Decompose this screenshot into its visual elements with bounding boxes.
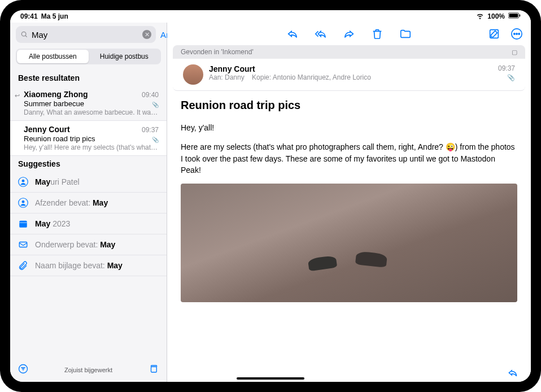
svg-point-19 <box>514 33 515 34</box>
svg-rect-16 <box>151 367 156 372</box>
suggestion-sender-contains[interactable]: Afzender bevat: May <box>10 193 167 214</box>
message-subject: Reunion road trip pics <box>181 99 517 112</box>
attachment-icon: 📎 <box>498 74 515 81</box>
device-frame: 09:41 Ma 5 jun 100% <box>0 0 541 392</box>
svg-rect-2 <box>520 15 521 17</box>
result-sender: Xiaomeng Zhong <box>24 90 88 99</box>
suggestion-date[interactable]: May 2023 <box>10 214 167 234</box>
result-snippet: Danny, What an awesome barbecue. It was … <box>24 108 159 116</box>
battery-pct: 100% <box>487 12 505 20</box>
message-from[interactable]: Jenny Court <box>209 64 492 73</box>
attachment-icon: 📎 <box>152 102 159 108</box>
svg-rect-9 <box>19 221 27 228</box>
seg-current-mailbox[interactable]: Huidige postbus <box>89 50 160 63</box>
svg-rect-1 <box>509 14 518 17</box>
suggestion-text: Naam bijlage bevat: May <box>35 261 159 270</box>
svg-rect-11 <box>19 242 27 247</box>
suggestion-person[interactable]: Mayuri Patel <box>10 172 167 193</box>
svg-point-3 <box>21 32 26 36</box>
battery-icon <box>508 12 521 20</box>
reply-indicator-icon: ↩︎ <box>15 92 20 99</box>
more-icon[interactable] <box>511 28 523 40</box>
svg-line-4 <box>25 36 27 37</box>
envelope-icon <box>18 239 28 250</box>
suggestion-text: Onderwerp bevat: May <box>35 240 159 249</box>
status-bar: 09:41 Ma 5 jun 100% <box>10 10 531 23</box>
sidebar: ✕ Annuleer Alle postbussen Huidige postb… <box>10 23 167 382</box>
attachment-icon: 📎 <box>152 137 159 143</box>
attached-photo[interactable] <box>181 184 517 302</box>
calendar-icon <box>18 219 28 229</box>
svg-point-21 <box>518 33 520 34</box>
result-sender: Jenny Court <box>24 125 70 134</box>
avatar[interactable] <box>183 64 203 85</box>
screen: 09:41 Ma 5 jun 100% <box>10 10 531 382</box>
filter-icon[interactable] <box>18 364 28 376</box>
mailbox-icon: ▢ <box>512 49 517 56</box>
to-value[interactable]: Danny <box>225 73 245 81</box>
home-indicator[interactable] <box>237 377 304 380</box>
message-paragraph: Here are my selects (that's what pro pho… <box>181 141 517 176</box>
suggestion-attachment-contains[interactable]: Naam bijlage bevat: May <box>10 255 167 276</box>
trash-icon[interactable] <box>371 28 383 40</box>
cc-label: Kopie: <box>252 73 273 81</box>
result-item[interactable]: Jenny Court 09:37 📎 Reunion road trip pi… <box>10 121 167 156</box>
wifi-icon <box>476 12 484 21</box>
clear-search-button[interactable]: ✕ <box>142 30 151 39</box>
result-time: 09:37 <box>142 126 159 134</box>
message-toolbar <box>167 23 531 45</box>
section-top-hits: Beste resultaten <box>10 70 167 86</box>
svg-rect-10 <box>19 223 27 223</box>
suggestion-subject-contains[interactable]: Onderwerp bevat: May <box>10 234 167 255</box>
forward-icon[interactable] <box>343 28 355 40</box>
message-body: Reunion road trip pics Hey, y'all! Here … <box>167 91 531 310</box>
found-in-bar: Gevonden in 'Inkomend' ▢ <box>173 45 525 59</box>
mailboxes-icon[interactable] <box>149 364 159 376</box>
message-pane: Gevonden in 'Inkomend' ▢ Jenny Court Aan… <box>167 23 531 382</box>
to-label: Aan: <box>209 73 225 81</box>
person-icon <box>18 198 28 208</box>
result-item[interactable]: ↩︎ Xiaomeng Zhong 09:40 📎 Summer barbecu… <box>10 86 167 121</box>
paperclip-icon <box>18 260 28 271</box>
scope-segmented-control[interactable]: Alle postbussen Huidige postbus <box>16 49 161 64</box>
move-folder-icon[interactable] <box>399 28 412 40</box>
result-snippet: Hey, y'all! Here are my selects (that's … <box>24 143 159 151</box>
search-box[interactable]: ✕ <box>16 26 156 43</box>
reply-all-icon[interactable] <box>315 28 327 40</box>
status-time: 09:41 <box>20 12 38 20</box>
result-subject: Summer barbecue <box>24 99 159 108</box>
suggestion-text: Afzender bevat: May <box>35 198 159 207</box>
section-suggestions: Suggesties <box>10 156 167 172</box>
suggestion-text: May 2023 <box>35 219 159 228</box>
search-input[interactable] <box>32 30 139 40</box>
svg-point-20 <box>516 33 517 34</box>
message-paragraph: Hey, y'all! <box>181 122 517 133</box>
found-in-label: Gevonden in 'Inkomend' <box>181 48 254 56</box>
status-date: Ma 5 jun <box>41 12 68 20</box>
quick-reply-icon[interactable] <box>507 367 518 378</box>
search-icon <box>20 31 28 38</box>
compose-icon[interactable] <box>488 28 500 40</box>
svg-point-8 <box>22 201 25 203</box>
cc-value[interactable]: Antonio Manriquez, Andre Lorico <box>273 73 371 81</box>
seg-all-mailboxes[interactable]: Alle postbussen <box>17 50 89 63</box>
person-icon <box>18 177 28 187</box>
result-subject: Reunion road trip pics <box>24 134 159 143</box>
result-time: 09:40 <box>142 91 159 99</box>
svg-point-6 <box>22 180 25 182</box>
suggestion-text: Mayuri Patel <box>35 177 159 186</box>
message-time: 09:37 <box>498 64 515 72</box>
message-header: Jenny Court Aan: Danny Kopie: Antonio Ma… <box>173 59 525 91</box>
sync-status: Zojuist bijgewerkt <box>64 367 112 373</box>
reply-icon[interactable] <box>286 28 299 40</box>
